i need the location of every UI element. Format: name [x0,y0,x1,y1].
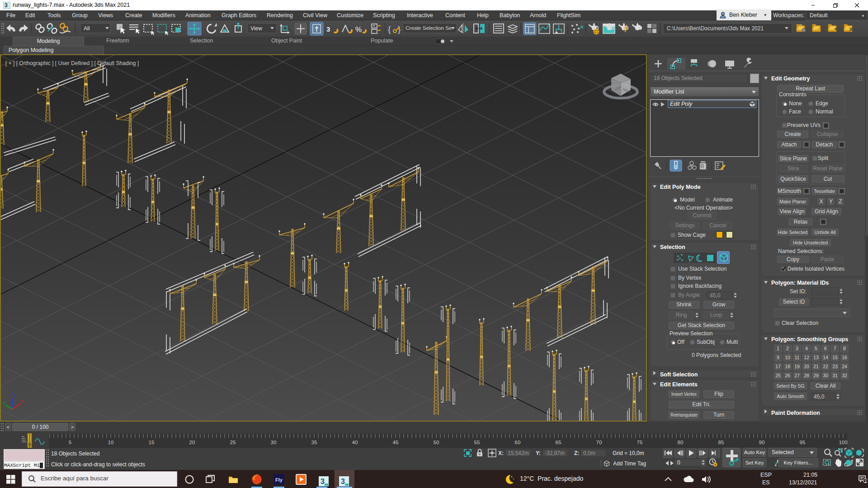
svg-text:Fly: Fly [275,477,283,483]
svg-text:60: 60 [515,440,521,445]
svg-text:1: 1 [864,479,867,483]
svg-text:{: { [388,24,391,34]
svg-text:55: 55 [474,440,480,445]
svg-text:90: 90 [759,440,765,445]
svg-text:50: 50 [434,440,439,445]
svg-text:75: 75 [637,440,643,445]
svg-text:Create Selection Se: Create Selection Se [406,25,452,31]
svg-text:View: View [250,25,262,32]
svg-text:35: 35 [311,440,317,445]
svg-text:80: 80 [678,440,684,445]
svg-text:z: z [13,393,16,398]
svg-text:65: 65 [556,440,561,445]
svg-text:3: 3 [341,478,345,485]
svg-text:15: 15 [149,440,155,445]
svg-text:C:\Users\Ben\Documents\3ds Max: C:\Users\Ben\Documents\3ds Max 2021 [667,25,764,32]
svg-text:0: 0 [28,442,31,447]
svg-text:5: 5 [69,440,71,445]
svg-text:3: 3 [321,478,325,485]
svg-text:45: 45 [393,440,399,445]
svg-text:40: 40 [352,440,358,445]
svg-text:20: 20 [189,440,195,445]
svg-text:30: 30 [271,440,277,445]
svg-text:y: y [3,400,6,405]
svg-text:70: 70 [596,440,602,445]
svg-text:10: 10 [108,440,114,445]
svg-text:3: 3 [5,2,8,9]
svg-text:95: 95 [800,440,806,445]
svg-text:x: x [21,398,24,404]
svg-text:All: All [84,25,90,32]
svg-text:100: 100 [839,440,847,445]
svg-text:85: 85 [718,440,724,445]
svg-text:25: 25 [230,440,236,445]
svg-text:%: % [355,26,362,33]
svg-text:3: 3 [326,25,330,33]
